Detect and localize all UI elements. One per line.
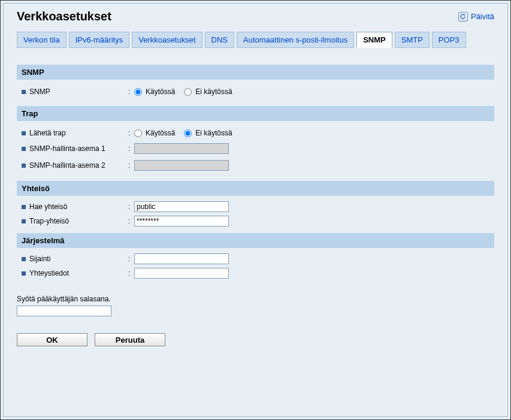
refresh-button[interactable]: Päivitä xyxy=(458,12,494,22)
tab-network-status[interactable]: Verkon tila xyxy=(17,32,66,48)
contact-input[interactable] xyxy=(134,268,229,279)
trap-off-radio[interactable] xyxy=(184,129,192,137)
ok-button[interactable]: OK xyxy=(17,333,87,346)
admin-password-prompt: Syötä pääkäyttäjän salasana. xyxy=(17,295,494,303)
tab-snmp[interactable]: SNMP xyxy=(356,32,392,48)
section-snmp-header: SNMP xyxy=(17,65,494,80)
snmp-label: SNMP xyxy=(29,87,50,96)
tab-pop3[interactable]: POP3 xyxy=(432,32,466,48)
tab-network-settings[interactable]: Verkkoasetukset xyxy=(132,32,202,48)
bullet-icon xyxy=(22,219,26,223)
tab-ipv6[interactable]: IPv6-määritys xyxy=(69,32,129,48)
snmp-off-label[interactable]: Ei käytössä xyxy=(195,87,232,96)
station2-input xyxy=(134,160,229,171)
tab-dns[interactable]: DNS xyxy=(205,32,234,48)
bullet-icon xyxy=(22,164,26,168)
bullet-icon xyxy=(22,131,26,135)
trap-community-label: Trap-yhteisö xyxy=(29,217,69,225)
section-system-header: Järjestelmä xyxy=(17,233,494,248)
trap-on-radio[interactable] xyxy=(134,129,142,137)
trap-on-label[interactable]: Käytössä xyxy=(146,129,175,137)
admin-password-input[interactable] xyxy=(17,306,111,316)
location-input[interactable] xyxy=(134,253,229,264)
bullet-icon xyxy=(22,90,26,94)
cancel-button[interactable]: Peruuta xyxy=(95,333,165,346)
station1-label: SNMP-hallinta-asema 1 xyxy=(29,144,105,153)
station1-input xyxy=(134,143,229,154)
tab-auto-email[interactable]: Automaattinen s-posti-ilmoitus xyxy=(237,32,354,48)
get-community-label: Hae yhteisö xyxy=(29,203,67,211)
bullet-icon xyxy=(22,147,26,151)
bullet-icon xyxy=(22,205,26,209)
tab-smtp[interactable]: SMTP xyxy=(395,32,430,48)
snmp-off-radio[interactable] xyxy=(184,88,192,96)
get-community-input[interactable] xyxy=(134,201,229,212)
refresh-icon xyxy=(458,12,468,22)
section-trap-header: Trap xyxy=(17,106,494,121)
trap-community-input[interactable] xyxy=(134,216,229,226)
snmp-on-label[interactable]: Käytössä xyxy=(146,87,175,96)
bullet-icon xyxy=(22,257,26,261)
bullet-icon xyxy=(22,271,26,276)
section-community-header: Yhteisö xyxy=(17,181,494,196)
trap-off-label[interactable]: Ei käytössä xyxy=(195,129,232,137)
refresh-label: Päivitä xyxy=(471,12,494,21)
contact-label: Yhteystiedot xyxy=(29,269,69,277)
tab-bar: Verkon tila IPv6-määritys Verkkoasetukse… xyxy=(17,32,494,48)
location-label: Sijainti xyxy=(29,255,50,263)
send-trap-label: Lähetä trap xyxy=(29,129,66,137)
page-title: Verkkoasetukset xyxy=(17,10,111,23)
station2-label: SNMP-hallinta-asema 2 xyxy=(29,161,105,170)
snmp-on-radio[interactable] xyxy=(134,88,142,96)
